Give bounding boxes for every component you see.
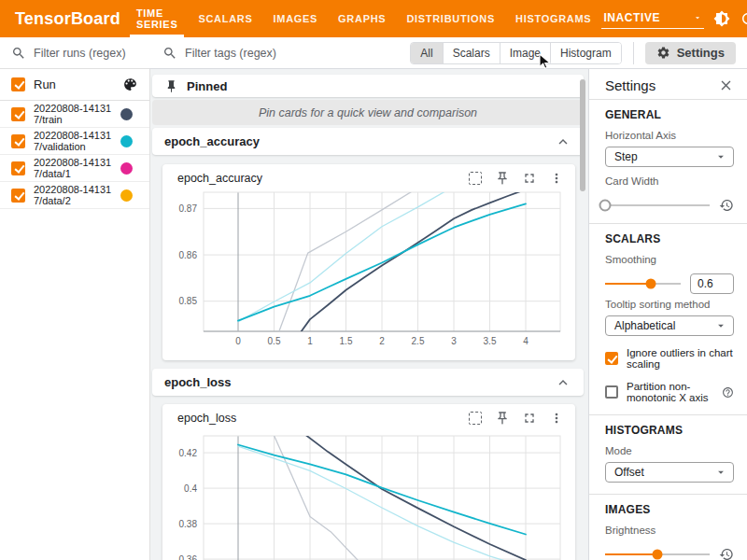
settings-panel: Settings GENERAL Horizontal Axis Step Ca… bbox=[588, 69, 747, 560]
partition-x-axis-checkbox[interactable] bbox=[605, 385, 618, 399]
help-icon[interactable] bbox=[722, 386, 734, 399]
filter-image-button[interactable]: Image bbox=[500, 43, 551, 63]
reload-status-select[interactable]: INACTIVE bbox=[601, 8, 704, 29]
ignore-outliers-checkbox[interactable] bbox=[605, 352, 618, 365]
svg-text:0: 0 bbox=[235, 336, 241, 346]
run-row-validation[interactable]: 20220808-141317/validation bbox=[0, 128, 149, 155]
partition-x-axis-row: Partition non-monotonic X axis bbox=[605, 381, 734, 403]
slider-thumb[interactable] bbox=[653, 550, 663, 560]
epoch-accuracy-chart[interactable]: 0.850.860.8700.511.522.533.54 bbox=[162, 164, 575, 360]
ignore-outliers-row: Ignore outliers in chart scaling bbox=[605, 347, 734, 370]
run-checkbox[interactable] bbox=[11, 161, 25, 175]
run-color-dot[interactable] bbox=[120, 162, 133, 175]
brightness-label: Brightness bbox=[605, 525, 734, 536]
settings-button[interactable]: Settings bbox=[645, 42, 736, 64]
svg-text:1: 1 bbox=[307, 336, 313, 346]
tensorboard-app: TensorBoard TIME SERIES SCALARS IMAGES G… bbox=[0, 0, 747, 560]
scrollbar-thumb[interactable] bbox=[580, 79, 585, 191]
tag-toolbar: Filter tags (regex) All Scalars Image Hi… bbox=[149, 37, 747, 69]
pinned-section-header[interactable]: Pinned bbox=[152, 75, 584, 97]
svg-text:1.5: 1.5 bbox=[340, 336, 353, 346]
pin-card-icon[interactable] bbox=[495, 171, 510, 186]
run-color-dot[interactable] bbox=[120, 135, 133, 147]
tab-images[interactable]: IMAGES bbox=[263, 0, 329, 37]
brightness-control bbox=[605, 548, 734, 560]
refresh-icon[interactable] bbox=[740, 10, 747, 27]
settings-panel-header: Settings bbox=[589, 69, 747, 100]
card-width-slider[interactable] bbox=[605, 204, 710, 206]
run-checkbox[interactable] bbox=[11, 107, 25, 121]
smoothing-label: Smoothing bbox=[605, 254, 734, 265]
chart-svg: 0.850.860.8700.511.522.533.54 bbox=[162, 164, 575, 360]
tab-histograms[interactable]: HISTOGRAMS bbox=[505, 0, 601, 37]
filter-runs-input[interactable]: Filter runs (regex) bbox=[0, 37, 149, 69]
header-controls: INACTIVE bbox=[601, 8, 747, 29]
card-toolbar bbox=[468, 171, 564, 186]
fit-to-data-icon[interactable] bbox=[468, 171, 483, 186]
search-icon bbox=[162, 46, 177, 61]
run-checkbox[interactable] bbox=[11, 134, 25, 148]
app-logo: TensorBoard bbox=[0, 9, 120, 29]
settings-panel-title: Settings bbox=[605, 77, 718, 93]
run-row-data-1[interactable]: 20220808-141317/data/1 bbox=[0, 155, 149, 182]
palette-icon[interactable] bbox=[122, 77, 138, 92]
section-header-epoch-accuracy[interactable]: epoch_accuracy bbox=[152, 128, 584, 155]
restore-icon[interactable] bbox=[719, 198, 734, 213]
slider-thumb[interactable] bbox=[646, 279, 656, 289]
card-title: epoch_loss bbox=[177, 412, 468, 425]
more-options-icon[interactable] bbox=[549, 171, 564, 186]
pin-icon bbox=[164, 79, 178, 93]
brightness-icon[interactable] bbox=[713, 10, 730, 27]
tab-distributions[interactable]: DISTRIBUTIONS bbox=[396, 0, 505, 37]
settings-section-general: GENERAL Horizontal Axis Step Card Width bbox=[589, 100, 747, 224]
scalar-card-epoch-loss: 0.420.40.380.3600.511.522.533.54 epoch_l… bbox=[162, 404, 575, 560]
fullscreen-icon[interactable] bbox=[522, 411, 537, 426]
svg-text:3.5: 3.5 bbox=[484, 336, 497, 346]
more-options-icon[interactable] bbox=[549, 411, 564, 426]
smoothing-value-input[interactable] bbox=[690, 273, 734, 294]
card-width-control bbox=[605, 199, 734, 212]
section-header-epoch-loss[interactable]: epoch_loss bbox=[152, 369, 584, 396]
run-color-dot[interactable] bbox=[120, 108, 133, 120]
run-row-data-2[interactable]: 20220808-141317/data/2 bbox=[0, 182, 149, 209]
chevron-down-icon bbox=[714, 150, 727, 163]
slider-thumb[interactable] bbox=[599, 200, 612, 212]
histogram-mode-dropdown[interactable]: Offset bbox=[605, 462, 734, 483]
filter-all-button[interactable]: All bbox=[411, 43, 443, 63]
chevron-down-icon bbox=[693, 13, 702, 22]
filter-scalars-button[interactable]: Scalars bbox=[444, 43, 500, 63]
tooltip-sorting-dropdown[interactable]: Alphabetical bbox=[605, 315, 734, 336]
fullscreen-icon[interactable] bbox=[522, 171, 537, 186]
tag-type-filter-group: All Scalars Image Histogram bbox=[410, 42, 621, 64]
run-select-all-checkbox[interactable] bbox=[11, 77, 25, 91]
svg-text:2.5: 2.5 bbox=[412, 336, 425, 346]
toolbar-divider bbox=[633, 42, 634, 64]
run-list-header: Run bbox=[0, 69, 149, 101]
tab-time-series[interactable]: TIME SERIES bbox=[126, 0, 189, 37]
runs-sidebar: Filter runs (regex) Run 20220808-141317/… bbox=[0, 37, 150, 560]
filter-tags-input[interactable]: Filter tags (regex) bbox=[185, 47, 410, 60]
pin-card-icon[interactable] bbox=[495, 411, 510, 426]
run-checkbox[interactable] bbox=[11, 189, 25, 203]
smoothing-slider[interactable] bbox=[605, 283, 681, 285]
chevron-down-icon bbox=[714, 466, 727, 479]
close-icon[interactable] bbox=[718, 77, 734, 93]
pinned-empty-message: Pin cards for a quick view and compariso… bbox=[152, 100, 584, 125]
restore-icon[interactable] bbox=[719, 547, 734, 560]
chevron-up-icon[interactable] bbox=[555, 374, 571, 391]
tab-graphs[interactable]: GRAPHS bbox=[328, 0, 396, 37]
run-row-train[interactable]: 20220808-141317/train bbox=[0, 101, 149, 128]
run-color-dot[interactable] bbox=[120, 189, 133, 202]
filter-histogram-button[interactable]: Histogram bbox=[551, 43, 621, 63]
svg-text:0.5: 0.5 bbox=[268, 336, 281, 346]
fit-to-data-icon[interactable] bbox=[468, 411, 483, 426]
run-column-label: Run bbox=[34, 77, 114, 91]
tab-scalars[interactable]: SCALARS bbox=[188, 0, 262, 37]
horizontal-axis-dropdown[interactable]: Step bbox=[605, 147, 734, 167]
svg-text:4: 4 bbox=[523, 336, 529, 346]
filter-runs-placeholder: Filter runs (regex) bbox=[34, 47, 126, 60]
card-header: epoch_loss bbox=[162, 404, 575, 432]
chevron-up-icon[interactable] bbox=[555, 133, 571, 150]
brightness-slider[interactable] bbox=[605, 553, 710, 555]
svg-text:0.86: 0.86 bbox=[179, 250, 198, 260]
